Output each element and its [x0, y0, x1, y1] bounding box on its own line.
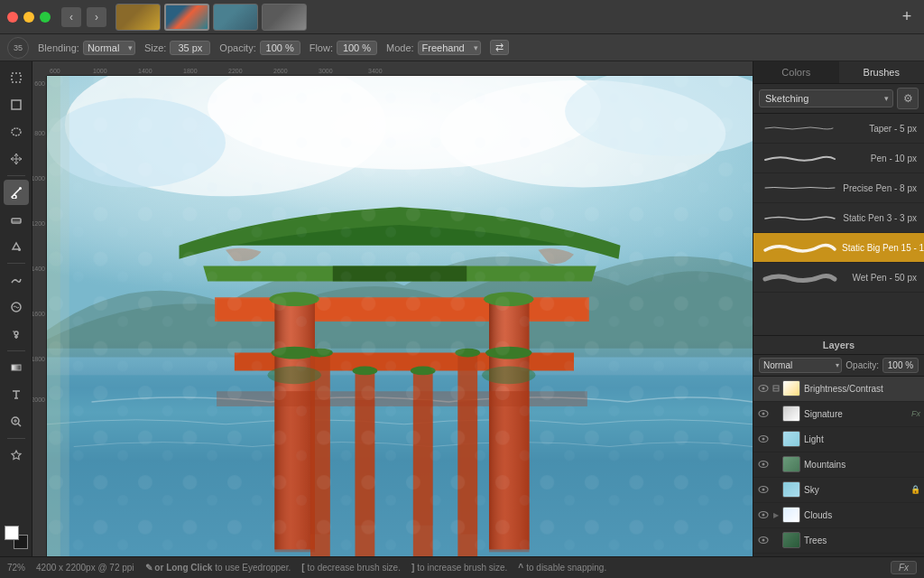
- brush-category-select[interactable]: Sketching: [759, 89, 893, 107]
- rect-selection-tool[interactable]: [4, 92, 29, 117]
- layer-expand-icon[interactable]: [772, 409, 781, 418]
- layer-expand-icon[interactable]: [772, 460, 781, 469]
- nav-back-button[interactable]: ‹: [61, 7, 81, 27]
- layer-eye-icon[interactable]: [757, 508, 770, 521]
- text-tool[interactable]: [4, 382, 29, 407]
- layer-eye-icon[interactable]: [757, 382, 770, 395]
- artwork: [47, 76, 753, 556]
- svg-point-46: [482, 366, 535, 384]
- flow-input[interactable]: [337, 41, 377, 55]
- layer-item-mountains[interactable]: Mountains: [753, 452, 924, 478]
- tab-3[interactable]: [213, 4, 258, 31]
- layer-item-signature[interactable]: SignatureFx: [753, 402, 924, 427]
- brush-item-static-big-pen[interactable]: Static Big Pen 15 - 15 px: [753, 233, 924, 263]
- mode-control: Mode: Freehand: [386, 41, 481, 55]
- ruler-mark-v: 2000: [32, 396, 45, 403]
- ruler-mark: 600: [49, 68, 61, 74]
- svg-point-19: [47, 98, 226, 187]
- layer-item-trees[interactable]: Trees: [753, 528, 924, 554]
- brush-tool[interactable]: [4, 180, 29, 205]
- smudge-tool[interactable]: [4, 267, 29, 293]
- brush-item-pen[interactable]: Pen - 10 px: [753, 144, 924, 173]
- svg-point-27: [484, 292, 533, 306]
- layer-expand-icon[interactable]: ▶: [772, 510, 781, 519]
- layer-mode-select[interactable]: Normal: [759, 358, 842, 373]
- fill-tool[interactable]: [4, 234, 29, 259]
- minimize-button[interactable]: [23, 12, 34, 23]
- layer-thumbnail: [782, 532, 800, 548]
- toolbar: 35 Blending: Normal Size: Opacity: Flow:…: [0, 34, 924, 61]
- eraser-tool[interactable]: [4, 207, 29, 232]
- move-tool[interactable]: [4, 146, 29, 172]
- clone-tool[interactable]: [4, 322, 29, 347]
- layer-expand-icon[interactable]: [772, 384, 781, 393]
- tab-2-active[interactable]: [164, 4, 209, 31]
- favorites-tool[interactable]: [4, 443, 29, 468]
- svg-point-52: [762, 387, 765, 390]
- layer-expand-icon[interactable]: [772, 434, 781, 443]
- new-document-button[interactable]: +: [897, 7, 917, 27]
- layer-eye-icon[interactable]: [757, 407, 770, 420]
- blending-label: Blending:: [38, 42, 79, 53]
- brush-item-static-pen[interactable]: Static Pen 3 - 3 px: [753, 203, 924, 233]
- svg-point-59: [762, 463, 765, 466]
- titlebar: ‹ › +: [0, 0, 924, 34]
- opacity-input[interactable]: [260, 41, 300, 55]
- brush-item-taper[interactable]: Taper - 5 px: [753, 114, 924, 144]
- symmetry-button[interactable]: ⇄: [490, 40, 509, 55]
- layer-item-levels[interactable]: Levels: [753, 554, 924, 557]
- brush-item-wet-pen[interactable]: Wet Pen - 50 px: [753, 263, 924, 293]
- svg-rect-44: [47, 76, 753, 556]
- layer-eye-icon[interactable]: [757, 433, 770, 445]
- lasso-tool[interactable]: [4, 119, 29, 144]
- layer-thumbnail: [782, 380, 800, 396]
- main-area: 600 1000 1400 1800 2200 2600 3000 3400 6…: [0, 61, 924, 556]
- svg-point-28: [271, 347, 317, 359]
- layers-controls: Normal Opacity:: [753, 355, 924, 377]
- tab-4[interactable]: [262, 4, 307, 31]
- toolbox: [0, 61, 32, 556]
- svg-rect-10: [12, 365, 21, 370]
- zoom-tool[interactable]: [4, 409, 29, 434]
- brush-category-bar: Sketching ⚙: [753, 84, 924, 114]
- tab-1[interactable]: [116, 4, 161, 31]
- layer-fx-badge: Fx: [911, 409, 920, 418]
- layer-expand-icon[interactable]: [772, 536, 781, 545]
- gradient-tool[interactable]: [4, 355, 29, 380]
- fx-button[interactable]: Fx: [891, 561, 917, 574]
- size-input[interactable]: [170, 41, 210, 55]
- mode-select[interactable]: Freehand: [418, 41, 481, 55]
- foreground-color[interactable]: [5, 526, 19, 540]
- layer-item-brightness/contrast[interactable]: Brightness/Contrast: [753, 377, 924, 402]
- selection-tool[interactable]: [4, 65, 29, 90]
- layer-item-sky[interactable]: Sky🔒: [753, 478, 924, 503]
- blur-tool[interactable]: [4, 294, 29, 320]
- colors-tab[interactable]: Colors: [753, 61, 839, 83]
- layer-eye-icon[interactable]: [757, 458, 770, 471]
- layer-expand-icon[interactable]: [772, 485, 781, 494]
- svg-point-16: [208, 76, 601, 170]
- maximize-button[interactable]: [40, 12, 51, 23]
- layer-opacity-input[interactable]: [882, 358, 919, 373]
- svg-rect-50: [47, 76, 60, 556]
- ruler-top: 600 1000 1400 1800 2200 2600 3000 3400: [47, 61, 753, 76]
- svg-rect-33: [457, 353, 477, 556]
- svg-point-18: [565, 76, 753, 156]
- layer-item-clouds[interactable]: ▶Clouds: [753, 503, 924, 528]
- close-button[interactable]: [7, 12, 18, 23]
- brush-item-precise-pen[interactable]: Precise Pen - 8 px: [753, 173, 924, 203]
- flow-control: Flow:: [310, 41, 377, 55]
- brushes-tab[interactable]: Brushes: [839, 61, 925, 83]
- color-swatches[interactable]: [5, 526, 28, 549]
- layer-eye-icon[interactable]: [757, 483, 770, 496]
- ruler-mark: 1800: [182, 68, 199, 74]
- canvas-area[interactable]: 600 1000 1400 1800 2200 2600 3000 3400 6…: [32, 61, 753, 556]
- nav-forward-button[interactable]: ›: [87, 7, 106, 27]
- svg-point-55: [762, 413, 765, 415]
- blending-select[interactable]: Normal: [83, 41, 135, 55]
- layer-item-light[interactable]: Light: [753, 427, 924, 452]
- layer-eye-icon[interactable]: [757, 534, 770, 546]
- svg-point-63: [762, 514, 765, 517]
- ruler-mark-v: 1000: [32, 175, 45, 182]
- brush-settings-button[interactable]: ⚙: [897, 88, 919, 109]
